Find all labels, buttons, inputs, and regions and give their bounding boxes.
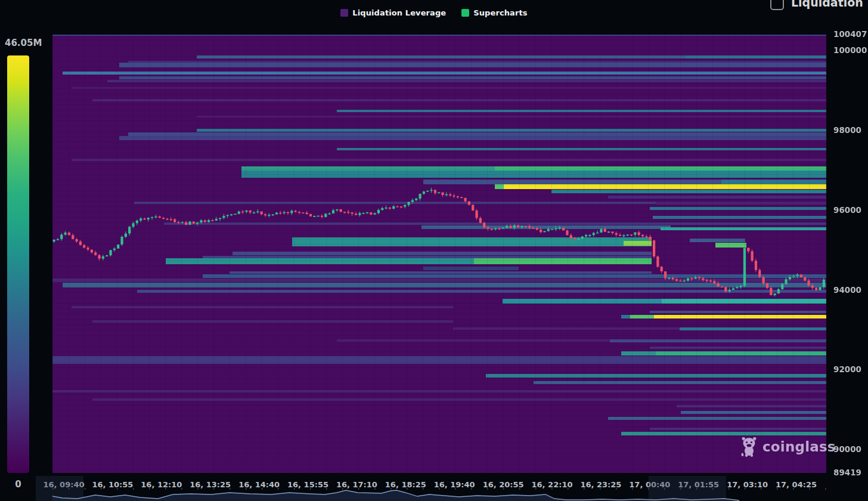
liquidation-heatmap-app: Liquidation Leverage Supercharts Liquida…: [0, 0, 868, 501]
navigator-strip[interactable]: [0, 0, 868, 501]
